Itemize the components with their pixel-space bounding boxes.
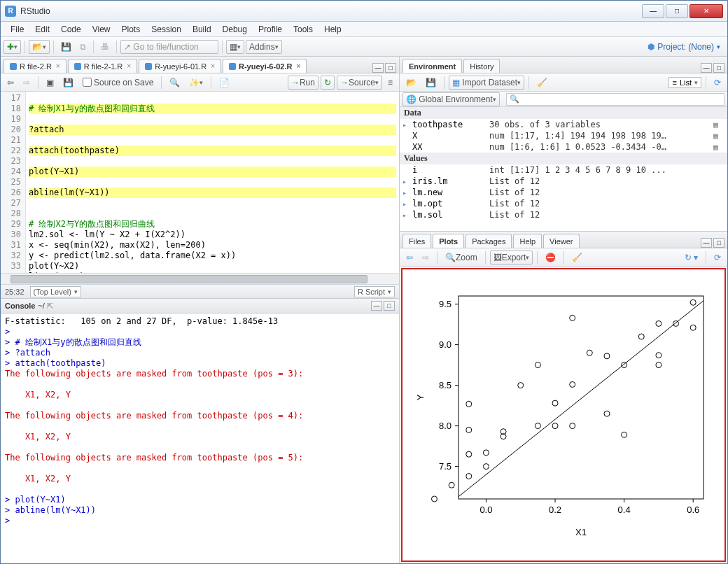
svg-point-30 bbox=[604, 411, 610, 416]
minimize-pane-icon[interactable]: — bbox=[371, 301, 382, 311]
popout-icon[interactable]: ▣ bbox=[43, 76, 57, 90]
goto-file-input[interactable]: ↗ Go to file/function bbox=[120, 40, 218, 54]
load-ws-icon[interactable]: 📂 bbox=[402, 76, 420, 90]
wand-icon[interactable]: ✨ bbox=[186, 76, 206, 90]
outline-icon[interactable]: ≡ bbox=[384, 76, 396, 90]
tab-plots[interactable]: Plots bbox=[433, 234, 464, 248]
publish-icon[interactable]: ⟳ bbox=[710, 251, 724, 265]
remove-plot-icon[interactable]: ⛔ bbox=[542, 251, 559, 265]
forward-icon[interactable]: ⇨ bbox=[20, 76, 34, 90]
svg-point-48 bbox=[570, 423, 575, 429]
close-icon[interactable]: × bbox=[127, 62, 131, 70]
menu-code[interactable]: Code bbox=[55, 23, 87, 36]
main-toolbar: ✚ 📂 💾 ⧉ 🖶 ↗ Go to file/function ▦ Addins… bbox=[1, 37, 727, 57]
menu-session[interactable]: Session bbox=[146, 23, 187, 36]
rerun-button[interactable]: ↻ bbox=[321, 76, 335, 90]
clear-plots-icon[interactable]: 🧹 bbox=[568, 251, 586, 265]
grid-button[interactable]: ▦ bbox=[226, 40, 244, 54]
menu-view[interactable]: View bbox=[87, 23, 116, 36]
tab-environment[interactable]: Environment bbox=[402, 59, 462, 73]
close-icon[interactable]: × bbox=[296, 62, 300, 70]
menu-help[interactable]: Help bbox=[318, 23, 347, 36]
svg-point-27 bbox=[431, 496, 437, 502]
menu-file[interactable]: File bbox=[5, 23, 29, 36]
save-ws-icon[interactable]: 💾 bbox=[422, 76, 440, 90]
env-search-input[interactable]: 🔍 bbox=[506, 93, 724, 106]
svg-point-37 bbox=[466, 427, 472, 432]
scope-select[interactable]: (Top Level) bbox=[30, 286, 81, 297]
tab-history[interactable]: History bbox=[463, 59, 500, 73]
tab-packages[interactable]: Packages bbox=[465, 234, 512, 248]
tab-file-2-1[interactable]: R file-2-1.R× bbox=[68, 59, 137, 73]
close-button[interactable]: ✕ bbox=[690, 4, 723, 18]
addins-button[interactable]: Addins bbox=[246, 40, 282, 54]
svg-point-31 bbox=[638, 334, 644, 339]
menu-plots[interactable]: Plots bbox=[116, 23, 146, 36]
maximize-pane-icon[interactable]: □ bbox=[713, 238, 724, 248]
svg-point-29 bbox=[622, 432, 627, 437]
source-button[interactable]: →Source bbox=[337, 76, 382, 90]
plot-area: 0.00.20.40.67.58.08.59.09.5X1Y bbox=[401, 268, 726, 562]
maximize-pane-icon[interactable]: □ bbox=[384, 301, 395, 311]
back-icon[interactable]: ⇦ bbox=[4, 76, 18, 90]
new-file-button[interactable]: ✚ bbox=[4, 40, 21, 54]
svg-point-39 bbox=[449, 482, 454, 488]
svg-rect-0 bbox=[458, 296, 704, 499]
titlebar: R RStudio — □ ✕ bbox=[1, 1, 727, 22]
tab-help[interactable]: Help bbox=[513, 234, 542, 248]
window-title: RStudio bbox=[20, 6, 640, 16]
export-button[interactable]: 🖼 Export bbox=[490, 251, 533, 265]
import-dataset-button[interactable]: ▦ Import Dataset bbox=[449, 76, 524, 90]
source-on-save-check[interactable]: Source on Save bbox=[79, 76, 157, 90]
menu-tools[interactable]: Tools bbox=[288, 23, 318, 36]
run-button[interactable]: →Run bbox=[288, 76, 318, 90]
console[interactable]: F-statistic: 105 on 2 and 27 DF, p-value… bbox=[1, 313, 399, 563]
prev-plot-icon[interactable]: ⇦ bbox=[402, 251, 416, 265]
refresh-plot-icon[interactable]: ↻ ▾ bbox=[681, 251, 701, 265]
menu-profile[interactable]: Profile bbox=[253, 23, 288, 36]
tab-files[interactable]: Files bbox=[402, 234, 431, 248]
minimize-pane-icon[interactable]: — bbox=[701, 63, 712, 73]
minimize-pane-icon[interactable]: — bbox=[372, 63, 384, 73]
list-view-select[interactable]: ≡ List bbox=[668, 77, 701, 88]
print-button[interactable]: 🖶 bbox=[97, 40, 113, 54]
minimize-pane-icon[interactable]: — bbox=[701, 238, 712, 248]
env-scope-select[interactable]: 🌐 Global Environment bbox=[402, 92, 500, 106]
notebook-icon[interactable]: 📄 bbox=[216, 76, 233, 90]
minimize-button[interactable]: — bbox=[642, 4, 664, 18]
maximize-pane-icon[interactable]: □ bbox=[713, 63, 724, 73]
refresh-icon[interactable]: ⟳ bbox=[710, 76, 724, 90]
zoom-button[interactable]: 🔍 Zoom bbox=[442, 251, 481, 265]
svg-point-22 bbox=[483, 464, 489, 470]
tab-file-2[interactable]: R file-2.R× bbox=[4, 59, 66, 73]
svg-point-25 bbox=[535, 362, 540, 368]
h-scrollbar[interactable] bbox=[1, 273, 399, 284]
open-file-button[interactable]: 📂 bbox=[29, 40, 50, 54]
maximize-pane-icon[interactable]: □ bbox=[385, 63, 396, 73]
save-button[interactable]: 💾 bbox=[57, 40, 75, 54]
find-icon[interactable]: 🔍 bbox=[166, 76, 183, 90]
menu-debug[interactable]: Debug bbox=[217, 23, 253, 36]
menu-build[interactable]: Build bbox=[187, 23, 217, 36]
svg-point-38 bbox=[466, 451, 472, 457]
project-menu[interactable]: ⬢Project: (None)▾ bbox=[643, 42, 724, 52]
menu-edit[interactable]: Edit bbox=[29, 23, 55, 36]
close-icon[interactable]: × bbox=[56, 62, 60, 70]
next-plot-icon[interactable]: ⇨ bbox=[419, 251, 433, 265]
maximize-button[interactable]: □ bbox=[666, 4, 688, 18]
code-editor[interactable]: 17181920212223242526272829303132333435 #… bbox=[1, 92, 399, 273]
popout-icon[interactable]: ⇱ bbox=[47, 302, 53, 311]
close-icon[interactable]: × bbox=[211, 62, 215, 70]
tab-viewer[interactable]: Viewer bbox=[543, 234, 579, 248]
tab-yueyi-6-01[interactable]: R-yueyi-6-01.R× bbox=[139, 59, 221, 73]
save-all-button[interactable]: ⧉ bbox=[76, 40, 90, 54]
svg-point-44 bbox=[466, 401, 472, 407]
tab-yueyi-6-02[interactable]: R-yueyi-6-02.R× bbox=[223, 59, 307, 73]
env-list[interactable]: Data▸toothpaste30 obs. of 3 variables▦ X… bbox=[400, 107, 727, 231]
clear-ws-icon[interactable]: 🧹 bbox=[533, 76, 551, 90]
svg-text:9.0: 9.0 bbox=[439, 339, 451, 350]
svg-point-32 bbox=[604, 353, 610, 359]
lang-select[interactable]: R Script bbox=[354, 286, 395, 297]
save-icon[interactable]: 💾 bbox=[59, 76, 77, 90]
plots-tabs: Files Plots Packages Help Viewer —□ bbox=[400, 232, 727, 248]
